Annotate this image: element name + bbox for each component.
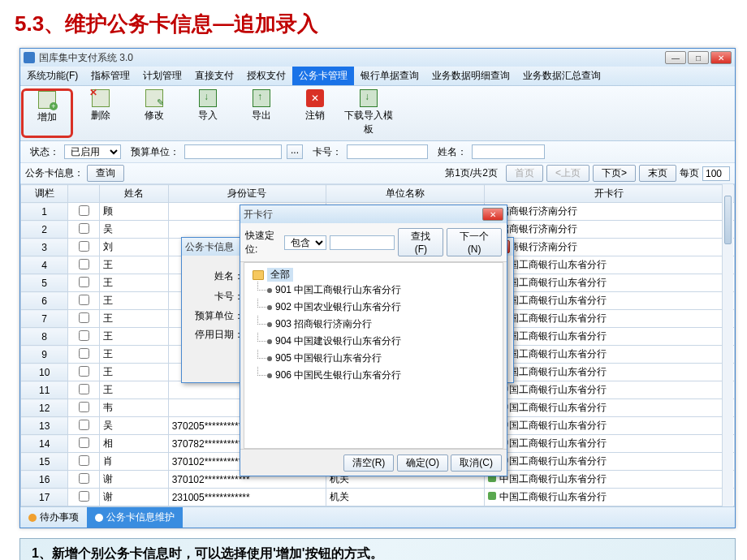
find-button[interactable]: 查找(F) <box>398 228 443 256</box>
cell[interactable] <box>68 417 100 435</box>
menu-item[interactable]: 银行单据查询 <box>354 67 425 85</box>
column-header[interactable]: 身份证号 <box>168 185 326 203</box>
menu-item[interactable]: 计划管理 <box>136 67 188 85</box>
per-page-input[interactable] <box>702 166 730 181</box>
cell[interactable] <box>68 274 100 292</box>
row-checkbox[interactable] <box>79 491 89 502</box>
toolbar-add-button[interactable]: 增加 <box>21 88 73 138</box>
toolbar-export-button[interactable]: 导出 <box>235 88 288 139</box>
column-header[interactable]: 调栏 <box>21 185 68 203</box>
next-match-button[interactable]: 下一个(N) <box>447 228 502 256</box>
bank-picker-close-button[interactable]: ✕ <box>482 208 503 221</box>
menu-item[interactable]: 业务数据明细查询 <box>425 67 516 85</box>
column-header[interactable]: 开卡行 <box>484 185 734 203</box>
toolbar-label: 增加 <box>24 110 71 124</box>
maximize-button[interactable]: □ <box>688 51 709 64</box>
cell: 中国工商银行山东省分行 <box>484 435 734 453</box>
last-page-button[interactable]: 末页 <box>639 165 676 182</box>
cell: 王 <box>100 364 168 381</box>
status-select[interactable]: 已启用 <box>64 144 121 159</box>
menu-item[interactable]: 授权支付 <box>240 67 292 85</box>
tree-node[interactable]: 906 中国民生银行山东省分行 <box>267 367 494 384</box>
row-checkbox[interactable] <box>79 241 89 252</box>
row-checkbox[interactable] <box>79 205 89 216</box>
footer-tab[interactable]: 公务卡信息维护 <box>87 507 183 528</box>
footer-tab[interactable]: 待办事项 <box>20 507 87 528</box>
scroll-thumb[interactable] <box>724 196 732 244</box>
menubar: 系统功能(F)指标管理计划管理直接支付授权支付公务卡管理银行单据查询业务数据明细… <box>20 67 735 86</box>
window-title: 国库集中支付系统 3.0 <box>39 51 133 65</box>
close-button[interactable]: ✕ <box>710 51 732 64</box>
cell[interactable] <box>68 435 100 453</box>
minimize-button[interactable]: — <box>665 51 686 64</box>
cell[interactable] <box>68 203 100 221</box>
cell[interactable] <box>68 489 100 506</box>
first-page-button[interactable]: 首页 <box>506 165 543 182</box>
cell[interactable] <box>68 292 100 310</box>
menu-item[interactable]: 系统功能(F) <box>20 67 84 85</box>
row-checkbox[interactable] <box>79 420 89 430</box>
toolbar-import-button[interactable]: 导入 <box>181 88 235 139</box>
bank-tree[interactable]: 全部 901 中国工商银行山东省分行902 中国农业银行山东省分行903 招商银… <box>244 262 503 449</box>
cell[interactable] <box>68 239 100 256</box>
tree-root[interactable]: 全部 <box>267 268 293 282</box>
row-checkbox[interactable] <box>79 277 89 287</box>
card-input[interactable] <box>347 144 428 159</box>
table-row[interactable]: 17谢231005************机关中国工商银行山东省分行 <box>21 489 735 506</box>
menu-item[interactable]: 业务数据汇总查询 <box>516 67 607 85</box>
tree-node[interactable]: 903 招商银行济南分行 <box>267 316 494 333</box>
match-mode-select[interactable]: 包含 <box>284 235 326 250</box>
cell[interactable] <box>68 453 100 471</box>
toolbar-del-button[interactable]: 删除 <box>74 88 127 139</box>
row-checkbox[interactable] <box>79 437 89 448</box>
toolbar-label: 导入 <box>181 109 235 123</box>
tree-node[interactable]: 904 中国建设银行山东省分行 <box>267 333 494 350</box>
cell[interactable] <box>68 256 100 274</box>
toolbar-label: 下载导入模板 <box>342 109 395 136</box>
unit-input[interactable] <box>184 144 282 159</box>
column-header[interactable]: 姓名 <box>100 185 168 203</box>
row-checkbox[interactable] <box>79 295 89 305</box>
cell: 16 <box>21 471 68 489</box>
toolbar-template-button[interactable]: 下载导入模板 <box>342 88 395 139</box>
menu-item[interactable]: 公务卡管理 <box>292 67 354 85</box>
row-checkbox[interactable] <box>79 402 89 412</box>
query-button[interactable]: 查询 <box>87 165 124 182</box>
row-checkbox[interactable] <box>79 473 89 484</box>
menu-item[interactable]: 直接支付 <box>188 67 240 85</box>
row-checkbox[interactable] <box>79 384 89 394</box>
row-checkbox[interactable] <box>79 259 89 269</box>
tree-node[interactable]: 901 中国工商银行山东省分行 <box>267 282 494 299</box>
cancel-button[interactable]: 取消(C) <box>451 454 502 472</box>
row-checkbox[interactable] <box>79 312 89 323</box>
locate-input[interactable] <box>330 235 395 250</box>
row-checkbox[interactable] <box>79 330 89 341</box>
next-page-button[interactable]: 下页> <box>593 165 636 182</box>
prev-page-button[interactable]: <上页 <box>546 165 589 182</box>
cell[interactable] <box>68 346 100 364</box>
vertical-scrollbar[interactable] <box>722 184 733 506</box>
tree-node[interactable]: 902 中国农业银行山东省分行 <box>267 299 494 316</box>
menu-item[interactable]: 指标管理 <box>84 67 136 85</box>
pager-info: 第1页/共2页 <box>445 166 498 180</box>
row-checkbox[interactable] <box>79 223 89 234</box>
unit-picker[interactable]: ... <box>287 144 303 159</box>
tree-node[interactable]: 905 中国银行山东省分行 <box>267 350 494 367</box>
cell[interactable] <box>68 471 100 489</box>
toolbar-cancel-button[interactable]: 注销 <box>288 88 342 139</box>
cell[interactable] <box>68 221 100 239</box>
cell[interactable] <box>68 328 100 346</box>
ok-button[interactable]: 确定(O) <box>397 454 448 472</box>
cell[interactable] <box>68 399 100 417</box>
row-checkbox[interactable] <box>79 348 89 359</box>
column-header[interactable]: 单位名称 <box>326 185 485 203</box>
cell[interactable] <box>68 381 100 399</box>
row-checkbox[interactable] <box>79 455 89 466</box>
clear-button[interactable]: 清空(R) <box>343 454 395 472</box>
row-checkbox[interactable] <box>79 366 89 377</box>
toolbar-edit-button[interactable]: 修改 <box>127 88 181 139</box>
cell[interactable] <box>68 310 100 328</box>
name-input[interactable] <box>472 144 545 159</box>
cell[interactable] <box>68 364 100 381</box>
column-header[interactable] <box>68 185 100 203</box>
